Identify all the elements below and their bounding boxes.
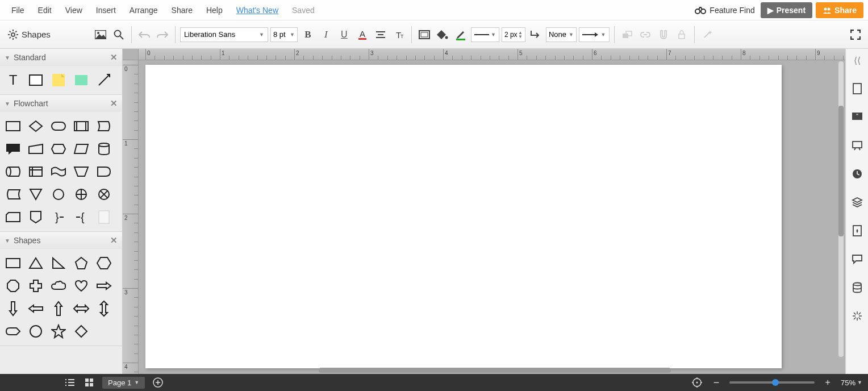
shape-fc-directdata[interactable]: [3, 162, 23, 181]
menu-file[interactable]: File: [5, 2, 31, 18]
scrollbar-horizontal-thumb[interactable]: [319, 368, 671, 373]
present-button[interactable]: ▶ Present: [761, 2, 812, 18]
shape-diamond[interactable]: [72, 322, 91, 341]
dock-layers-icon[interactable]: [849, 194, 865, 210]
shape-fc-offpage[interactable]: [26, 207, 45, 227]
search-button[interactable]: [111, 27, 127, 43]
grid-view-button[interactable]: [83, 376, 95, 389]
shape-fc-leftbrace[interactable]: {: [72, 207, 91, 227]
redo-button[interactable]: [155, 27, 170, 43]
shape-arrow-right[interactable]: [94, 276, 114, 296]
canvas-area[interactable]: [123, 49, 845, 374]
ruler-horizontal[interactable]: [139, 49, 845, 60]
shape-fc-or[interactable]: [72, 185, 91, 204]
shape-pill-pointer[interactable]: [3, 322, 23, 341]
menu-share[interactable]: Share: [165, 2, 199, 18]
shape-octagon[interactable]: [3, 276, 23, 296]
line-routing-button[interactable]: [528, 27, 544, 43]
dock-magic-icon[interactable]: [849, 308, 865, 324]
shape-fc-terminator[interactable]: [49, 117, 68, 136]
dock-comment-icon[interactable]: ": [849, 109, 865, 125]
shape-arrow-line[interactable]: [94, 70, 114, 90]
panel-close-button[interactable]: ✕: [110, 98, 118, 109]
shape-fc-storeddata[interactable]: [3, 185, 23, 204]
page-tab[interactable]: Page 1 ▼: [102, 377, 145, 389]
shape-fc-database[interactable]: [94, 139, 114, 159]
font-family-select[interactable]: Liberation Sans ▼: [180, 27, 268, 42]
panel-header-flowchart[interactable]: ▼ Flowchart ✕: [0, 95, 122, 112]
shape-star[interactable]: [49, 322, 68, 341]
border-color-button[interactable]: [453, 27, 469, 43]
fill-color-button[interactable]: [435, 27, 450, 43]
shape-fc-decision[interactable]: [26, 117, 45, 136]
shape-arrow-down[interactable]: [3, 299, 23, 318]
shape-fc-merge[interactable]: [26, 185, 45, 204]
menu-edit[interactable]: Edit: [31, 2, 59, 18]
shape-note-yellow[interactable]: [49, 70, 68, 90]
shape-triangle[interactable]: [26, 253, 45, 273]
text-color-button[interactable]: A: [354, 27, 370, 43]
shape-rect[interactable]: [3, 253, 23, 273]
shape-cloud[interactable]: [49, 276, 68, 296]
undo-button[interactable]: [136, 27, 152, 43]
magnet-button[interactable]: [656, 27, 671, 43]
fullscreen-button[interactable]: [848, 27, 863, 43]
shape-pentagon[interactable]: [72, 253, 91, 273]
zoom-slider[interactable]: [729, 381, 815, 384]
menu-insert[interactable]: Insert: [89, 2, 123, 18]
stroke-width-input[interactable]: 2 px ▲▼: [502, 27, 525, 42]
feature-find-button[interactable]: Feature Find: [695, 6, 754, 15]
shape-rectangle[interactable]: [26, 70, 45, 90]
scrollbar-vertical-thumb[interactable]: [838, 106, 844, 236]
panel-header-shapes[interactable]: ▼ Shapes ✕: [0, 232, 122, 249]
zoom-level-select[interactable]: 75% ▼: [841, 378, 862, 387]
dock-history-icon[interactable]: [849, 166, 865, 182]
shape-fc-document[interactable]: [94, 207, 114, 227]
add-page-button[interactable]: [152, 376, 164, 389]
shape-fc-display[interactable]: [94, 117, 114, 136]
shape-fc-rightbrace[interactable]: }: [49, 207, 68, 227]
menu-help[interactable]: Help: [199, 2, 229, 18]
font-size-select[interactable]: 8 pt ▼: [270, 27, 298, 42]
lock-button[interactable]: [674, 27, 690, 43]
shape-right-triangle[interactable]: [49, 253, 68, 273]
canvas-page[interactable]: [145, 65, 782, 368]
link-button[interactable]: [637, 27, 653, 43]
shapes-manager-button[interactable]: Shapes: [5, 27, 54, 42]
arrow-start-select[interactable]: None ▼: [546, 27, 577, 42]
shape-arrow-up[interactable]: [49, 299, 68, 318]
arrow-end-select[interactable]: ▼: [579, 27, 610, 42]
shape-arrow-leftright[interactable]: [72, 299, 91, 318]
shape-fc-card[interactable]: [3, 207, 23, 227]
dock-present-icon[interactable]: [849, 138, 865, 153]
send-back-button[interactable]: [619, 27, 635, 43]
share-button[interactable]: Share: [816, 2, 863, 18]
shape-fc-papertape[interactable]: [49, 162, 68, 181]
shape-fc-manualinput[interactable]: [26, 139, 45, 159]
shape-arrow-left[interactable]: [26, 299, 45, 318]
shape-arrow-updown[interactable]: [94, 299, 114, 318]
zoom-in-button[interactable]: +: [821, 376, 834, 389]
panel-close-button[interactable]: ✕: [110, 52, 118, 63]
shape-hexagon[interactable]: [94, 253, 114, 273]
zoom-slider-thumb[interactable]: [772, 379, 779, 386]
text-size-button[interactable]: TT: [391, 27, 407, 43]
zoom-out-button[interactable]: −: [710, 376, 723, 389]
shape-fc-connector[interactable]: [49, 185, 68, 204]
bold-button[interactable]: B: [300, 27, 316, 43]
shape-circle[interactable]: [26, 322, 45, 341]
wand-button[interactable]: [699, 27, 715, 43]
dock-data-icon[interactable]: [849, 280, 865, 296]
menu-view[interactable]: View: [59, 2, 89, 18]
shape-fc-delay[interactable]: [94, 162, 114, 181]
panel-close-button[interactable]: ✕: [110, 235, 118, 246]
shape-block-green[interactable]: [72, 70, 91, 90]
menu-whatsnew[interactable]: What's New: [229, 2, 285, 18]
line-style-select[interactable]: ▼: [471, 27, 499, 42]
shape-fc-callout[interactable]: [3, 139, 23, 159]
shape-fc-preparation[interactable]: [49, 139, 68, 159]
target-button[interactable]: [691, 376, 703, 389]
dock-theme-icon[interactable]: [849, 223, 865, 239]
shape-fc-sum[interactable]: [94, 185, 114, 204]
shape-fc-data[interactable]: [72, 139, 91, 159]
